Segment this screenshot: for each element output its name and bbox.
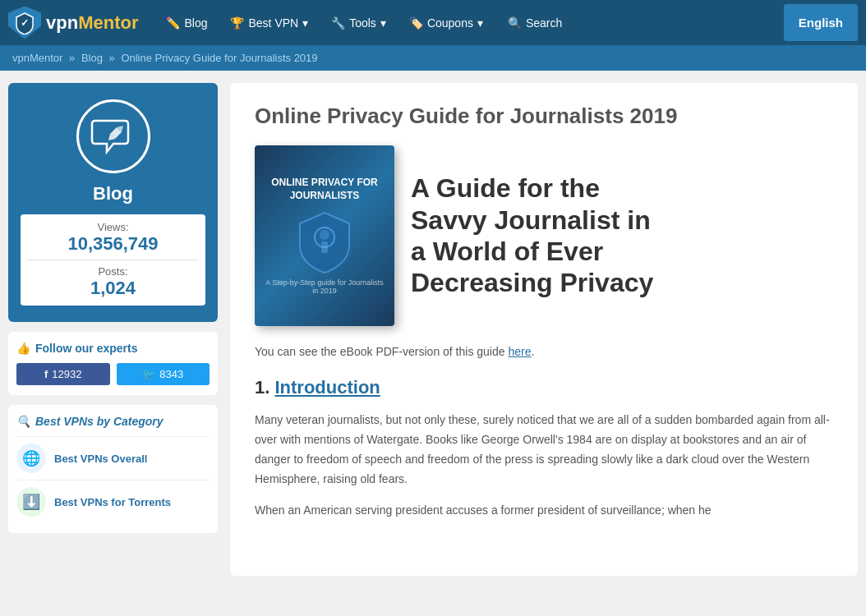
chevron-down-icon: ▾ [302, 16, 308, 30]
tag-icon: 🏷️ [409, 16, 423, 30]
posts-value: 1,024 [27, 278, 199, 299]
article-body: Many veteran journalists, but not only t… [255, 411, 833, 520]
search-button[interactable]: 🔍 Search [495, 0, 575, 45]
facebook-follow-button[interactable]: f 12932 [16, 363, 110, 385]
chevron-down-icon: ▾ [477, 16, 483, 30]
svg-point-3 [320, 230, 329, 240]
follow-box: 👍 Follow our experts f 12932 🐦 8343 [8, 332, 218, 395]
book-cover: ONLINE PRIVACY FOR JOURNALISTS A Step-by… [255, 145, 394, 326]
views-label: Views: [27, 221, 199, 233]
breadcrumb-blog[interactable]: Blog [81, 52, 103, 64]
svg-text:✓: ✓ [21, 17, 29, 29]
nav-tools[interactable]: 🔧 Tools ▾ [320, 0, 398, 45]
globe-icon: 🌐 [16, 444, 46, 473]
vpn-item-torrents[interactable]: ⬇️ Best VPNs for Torrents [16, 480, 210, 523]
follow-buttons: f 12932 🐦 8343 [16, 363, 210, 385]
logo-text: vpnMentor [46, 12, 138, 34]
pencil-icon: ✏️ [166, 16, 180, 30]
main-nav: ✏️ Blog 🏆 Best VPN ▾ 🔧 Tools ▾ 🏷️ Coupon… [154, 0, 783, 45]
svg-rect-2 [321, 241, 328, 253]
trophy-icon: 🏆 [230, 16, 244, 30]
section-1-heading: 1. Introduction [255, 377, 833, 398]
breadcrumb-current[interactable]: Online Privacy Guide for Journalists 201… [121, 52, 317, 64]
book-subtitle-area: A Guide for the Savvy Journalist in a Wo… [411, 172, 833, 299]
breadcrumb-home[interactable]: vpnMentor [12, 52, 62, 64]
nav-blog[interactable]: ✏️ Blog [154, 0, 219, 45]
sidebar: Blog Views: 10,356,749 Posts: 1,024 👍 Fo… [8, 83, 218, 533]
book-cover-sub: A Step-by-Step guide for Journalists in … [263, 278, 386, 295]
blog-chat-icon [76, 99, 150, 173]
facebook-icon: f [44, 368, 48, 380]
breadcrumb: vpnMentor » Blog » Online Privacy Guide … [0, 45, 866, 71]
book-cover-title: ONLINE PRIVACY FOR JOURNALISTS [263, 177, 386, 202]
best-vpns-box: 🔍 Best VPNs by Category 🌐 Best VPNs Over… [8, 405, 218, 533]
search-icon-sidebar: 🔍 [16, 415, 30, 428]
thumb-icon: 👍 [16, 342, 30, 355]
twitter-follow-button[interactable]: 🐦 8343 [117, 363, 210, 385]
article-intro: You can see the eBook PDF-version of thi… [255, 342, 833, 361]
ebook-link[interactable]: here [508, 345, 531, 358]
chevron-down-icon: ▾ [380, 16, 386, 30]
logo-shield-icon: ✓ [8, 7, 41, 39]
sidebar-blog-title: Blog [21, 183, 205, 205]
views-value: 10,356,749 [27, 233, 199, 255]
follow-title: 👍 Follow our experts [16, 342, 210, 355]
main-container: Blog Views: 10,356,749 Posts: 1,024 👍 Fo… [0, 71, 866, 588]
breadcrumb-separator: » [109, 52, 118, 64]
header: ✓ vpnMentor ✏️ Blog 🏆 Best VPN ▾ 🔧 Tools… [0, 0, 866, 45]
book-subtitle: A Guide for the Savvy Journalist in a Wo… [411, 172, 833, 299]
nav-coupons[interactable]: 🏷️ Coupons ▾ [398, 0, 495, 45]
breadcrumb-separator: » [69, 52, 78, 64]
article-para-1: Many veteran journalists, but not only t… [255, 411, 833, 489]
article-para-2: When an American serving president accus… [255, 501, 833, 521]
article-content: Online Privacy Guide for Journalists 201… [230, 83, 858, 576]
language-button[interactable]: English [784, 4, 858, 41]
nav-best-vpn[interactable]: 🏆 Best VPN ▾ [219, 0, 320, 45]
vpn-item-overall[interactable]: 🌐 Best VPNs Overall [16, 436, 210, 480]
best-vpns-title: 🔍 Best VPNs by Category [16, 415, 210, 428]
posts-label: Posts: [27, 265, 199, 278]
stats-box: Views: 10,356,749 Posts: 1,024 [21, 214, 205, 306]
article-title: Online Privacy Guide for Journalists 201… [255, 103, 833, 129]
wrench-icon: 🔧 [331, 16, 345, 30]
section-1-link[interactable]: Introduction [274, 377, 380, 398]
sidebar-blog-box: Blog Views: 10,356,749 Posts: 1,024 [8, 83, 218, 322]
torrent-icon: ⬇️ [16, 487, 46, 517]
article-image-area: ONLINE PRIVACY FOR JOURNALISTS A Step-by… [255, 145, 833, 326]
search-icon: 🔍 [508, 16, 522, 30]
twitter-icon: 🐦 [142, 368, 155, 380]
logo[interactable]: ✓ vpnMentor [8, 7, 138, 39]
